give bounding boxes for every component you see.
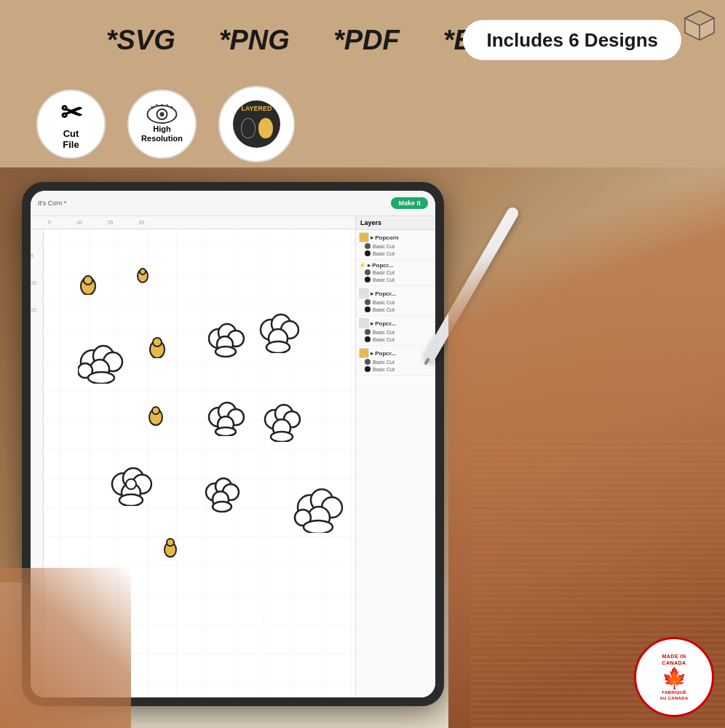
svg-point-21 (88, 372, 114, 384)
canada-top-text: MADE INCANADA (662, 653, 686, 666)
popcorn-item-12 (158, 537, 183, 561)
svg-line-7 (157, 104, 157, 106)
svg-point-59 (167, 539, 174, 546)
svg-point-43 (271, 432, 293, 442)
layered-text: LAYERED (241, 105, 272, 112)
layer-group-4-title: ▸ Popcr... (359, 318, 432, 328)
high-res-label: HighResolution (141, 124, 183, 143)
popcorn-item-4 (143, 336, 171, 361)
layer-item-3a: Basic Cut (359, 298, 432, 306)
layer-group-1-title: ▸ Popcorn (359, 232, 432, 242)
design-name: It's Corn * (38, 199, 66, 207)
layers-panel: Layers ▸ Popcorn Basic Cut (355, 216, 435, 697)
ruler-top: 5101520 (31, 216, 355, 229)
layers-title: Layers (356, 216, 435, 230)
layer-group-2-title: ⚡ ▸ Popcr... (359, 262, 432, 269)
popcorn-item-2 (132, 267, 153, 286)
box-icon (681, 7, 718, 44)
eye-icon (146, 104, 178, 124)
svg-point-13 (84, 276, 92, 285)
format-svg: *SVG (106, 25, 175, 56)
layer-group-5-title: ▸ Popcr... (359, 348, 432, 358)
main-container: *SVG *PNG *PDF *EPS *DXF Includes 6 Desi… (0, 0, 725, 728)
cut-file-label: CutFile (63, 128, 79, 150)
svg-point-23 (153, 338, 162, 347)
svg-point-5 (160, 112, 165, 116)
layer-item-4b: Basic Cut (359, 336, 432, 343)
svg-point-38 (215, 427, 236, 436)
format-png: *PNG (219, 25, 290, 56)
layer-item-2a: Basic Cut (359, 269, 432, 276)
layered-badge: LAYERED (218, 86, 295, 162)
layer-item-1a: Basic Cut (359, 242, 432, 250)
svg-point-33 (266, 341, 290, 353)
svg-point-65 (304, 521, 333, 533)
layer-group-5: ▸ Popcr... Basic Cut Basic Cut (356, 346, 435, 376)
svg-point-28 (215, 347, 236, 357)
top-bar: *SVG *PNG *PDF *EPS *DXF Includes 6 Desi… (0, 0, 725, 80)
canada-bot-text: FABRIQUÉAU CANADA (659, 690, 688, 702)
layer-group-1: ▸ Popcorn Basic Cut Basic Cut (356, 230, 435, 260)
popcorn-item-6 (256, 311, 300, 356)
svg-point-45 (152, 407, 159, 414)
popcorn-item-7 (205, 398, 245, 439)
popcorn-item-10 (107, 464, 152, 509)
svg-point-57 (213, 502, 231, 512)
canada-badge: MADE INCANADA 🍁 FABRIQUÉAU CANADA (634, 637, 714, 717)
svg-point-15 (140, 269, 146, 274)
popcorn-item-5 (205, 318, 245, 361)
layer-item-5a: Basic Cut (359, 358, 432, 365)
icon-row: ✂ CutFile HighResolution LAYERED (0, 80, 725, 167)
layer-item-3b: Basic Cut (359, 306, 432, 313)
tablet-header: It's Corn * Make It (31, 191, 435, 216)
maple-leaf-icon: 🍁 (662, 666, 687, 690)
svg-point-52 (119, 494, 143, 506)
high-resolution-badge: HighResolution (127, 90, 197, 159)
popcorn-item-3 (78, 340, 125, 387)
format-pdf: *PDF (333, 25, 400, 56)
popcorn-item-1 (74, 274, 102, 298)
popcorn-item-8 (260, 402, 302, 445)
make-it-button[interactable]: Make It (391, 197, 428, 209)
photo-section: It's Corn * Make It (0, 167, 725, 728)
layer-group-3: ▸ Popcr... Basic Cut Basic Cut (356, 286, 435, 316)
layer-group-2: ⚡ ▸ Popcr... Basic Cut Basic Cut (356, 260, 435, 286)
layer-group-4: ▸ Popcr... Basic Cut Basic Cut (356, 316, 435, 346)
hand-left (0, 568, 131, 728)
layer-item-4a: Basic Cut (359, 328, 432, 336)
layer-item-5b: Basic Cut (359, 365, 432, 373)
popcorn-item-13 (293, 486, 344, 536)
includes-badge: Includes 6 Designs (463, 20, 681, 60)
popcorn-item-11 (202, 475, 242, 515)
popcorn-item-9 (143, 405, 169, 429)
layer-item-1b: Basic Cut (359, 250, 432, 257)
scissors-icon: ✂ (60, 98, 82, 128)
svg-line-9 (167, 104, 167, 106)
layer-item-2b: Basic Cut (359, 276, 432, 283)
layer-group-3-title: ▸ Popcr... (359, 288, 432, 298)
cut-file-badge: ✂ CutFile (36, 90, 106, 159)
